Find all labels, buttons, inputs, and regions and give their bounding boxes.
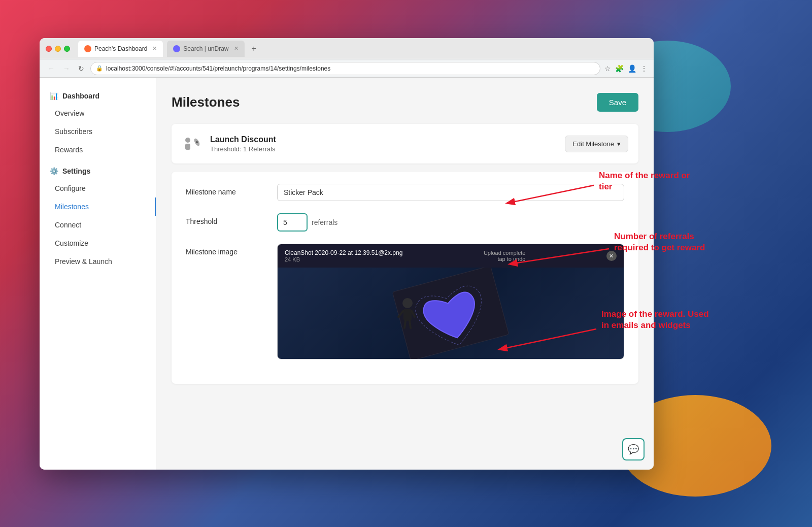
milestone-name-label: Milestone name bbox=[186, 184, 267, 196]
back-button[interactable]: ← bbox=[46, 63, 57, 74]
customize-label: Customize bbox=[55, 239, 88, 247]
chevron-down-icon: ▾ bbox=[617, 140, 621, 148]
edit-milestone-label: Edit Milestone bbox=[572, 140, 614, 148]
annotation-reward-name-text: Name of the reward or tier bbox=[599, 170, 700, 192]
page-title: Milestones bbox=[172, 94, 240, 110]
threshold-row: Threshold referrals bbox=[186, 213, 624, 232]
tab-undraw[interactable]: Search | unDraw ✕ bbox=[167, 41, 244, 57]
edit-milestone-button[interactable]: Edit Milestone ▾ bbox=[565, 136, 628, 152]
sidebar-item-customize[interactable]: Customize bbox=[40, 234, 156, 252]
connect-label: Connect bbox=[55, 221, 81, 229]
preview-launch-label: Preview & Launch bbox=[55, 257, 112, 266]
milestone-card-icon bbox=[182, 133, 203, 154]
svg-point-0 bbox=[185, 138, 190, 143]
milestone-name: Launch Discount bbox=[210, 135, 276, 144]
svg-line-9 bbox=[404, 321, 405, 328]
undraw-favicon-icon bbox=[173, 45, 180, 52]
milestone-threshold: Threshold: 1 Referrals bbox=[210, 145, 276, 153]
titlebar: Peach's Dashboard ✕ Search | unDraw ✕ + bbox=[40, 38, 654, 59]
lock-icon: 🔒 bbox=[96, 65, 103, 72]
tab-close-icon[interactable]: ✕ bbox=[152, 45, 157, 52]
sidebar-item-configure[interactable]: Configure bbox=[40, 179, 156, 197]
settings-section: ⚙️ Settings Configure Milestones Connect… bbox=[40, 163, 156, 271]
chat-button[interactable]: 💬 bbox=[622, 438, 645, 460]
upload-filesize: 24 KB bbox=[285, 256, 402, 262]
page-content: Milestones Save bbox=[156, 78, 654, 470]
new-tab-button[interactable]: + bbox=[249, 44, 259, 53]
settings-label: Settings bbox=[62, 167, 90, 175]
sidebar-item-connect[interactable]: Connect bbox=[40, 216, 156, 234]
existing-milestone-card: Launch Discount Threshold: 1 Referrals E… bbox=[172, 124, 638, 163]
svg-point-3 bbox=[196, 141, 198, 143]
tab-dashboard-label: Peach's Dashboard bbox=[94, 45, 147, 52]
sidebar-item-rewards[interactable]: Rewards bbox=[40, 141, 156, 159]
settings-section-header: ⚙️ Settings bbox=[40, 163, 156, 179]
tab-undraw-label: Search | unDraw bbox=[183, 45, 228, 52]
url-bar[interactable]: 🔒 localhost:3000/console/#!/accounts/541… bbox=[90, 62, 600, 75]
threshold-input[interactable] bbox=[277, 213, 308, 232]
milestone-image-label: Milestone image bbox=[186, 244, 267, 256]
milestone-info: Launch Discount Threshold: 1 Referrals bbox=[182, 133, 276, 154]
tab-undraw-close-icon[interactable]: ✕ bbox=[234, 45, 239, 52]
threshold-suffix: referrals bbox=[308, 218, 337, 226]
rewards-label: Rewards bbox=[55, 146, 83, 154]
reload-button[interactable]: ↻ bbox=[76, 63, 86, 74]
sidebar: 📊 Dashboard Overview Subscribers Rewards… bbox=[40, 78, 156, 470]
extensions-icon[interactable]: 🧩 bbox=[615, 64, 624, 73]
save-button[interactable]: Save bbox=[597, 93, 638, 112]
chat-icon: 💬 bbox=[628, 444, 639, 455]
sidebar-item-overview[interactable]: Overview bbox=[40, 104, 156, 122]
main-content: 📊 Dashboard Overview Subscribers Rewards… bbox=[40, 78, 654, 470]
subscribers-label: Subscribers bbox=[55, 127, 92, 136]
annotation-referrals: Number of referrals required to get rewa… bbox=[614, 231, 721, 253]
forward-button[interactable]: → bbox=[61, 63, 72, 74]
settings-gear-icon: ⚙️ bbox=[50, 167, 58, 175]
dashboard-label: Dashboard bbox=[62, 92, 99, 100]
url-text: localhost:3000/console/#!/accounts/541/p… bbox=[106, 65, 595, 72]
maximize-button[interactable] bbox=[64, 46, 70, 52]
page-header: Milestones Save bbox=[172, 93, 638, 112]
star-icon[interactable]: ☆ bbox=[604, 64, 611, 73]
configure-label: Configure bbox=[55, 184, 86, 192]
annotation-image: Image of the reward. Used in emails and … bbox=[601, 309, 713, 331]
sidebar-item-milestones[interactable]: Milestones bbox=[40, 197, 156, 216]
traffic-lights bbox=[46, 46, 70, 52]
sidebar-item-subscribers[interactable]: Subscribers bbox=[40, 122, 156, 141]
upload-file-info: CleanShot 2020-09-22 at 12.39.51@2x.png … bbox=[285, 249, 402, 262]
more-icon[interactable]: ⋮ bbox=[640, 64, 648, 73]
milestone-text: Launch Discount Threshold: 1 Referrals bbox=[210, 135, 276, 153]
peach-favicon-icon bbox=[84, 45, 91, 52]
addressbar: ← → ↻ 🔒 localhost:3000/console/#!/accoun… bbox=[40, 59, 654, 78]
svg-rect-1 bbox=[185, 144, 190, 150]
upload-toast-left: CleanShot 2020-09-22 at 12.39.51@2x.png … bbox=[285, 249, 402, 262]
svg-rect-6 bbox=[403, 309, 412, 321]
dashboard-section: 📊 Dashboard Overview Subscribers Rewards bbox=[40, 88, 156, 159]
overview-label: Overview bbox=[55, 109, 84, 117]
minimize-button[interactable] bbox=[55, 46, 61, 52]
dashboard-icon: 📊 bbox=[50, 92, 58, 100]
dashboard-section-header: 📊 Dashboard bbox=[40, 88, 156, 104]
annotation-image-text: Image of the reward. Used in emails and … bbox=[601, 309, 713, 331]
threshold-input-group: referrals bbox=[277, 213, 337, 232]
toolbar-right: ☆ 🧩 👤 ⋮ bbox=[604, 64, 648, 73]
profile-icon[interactable]: 👤 bbox=[628, 64, 636, 73]
svg-point-5 bbox=[402, 298, 413, 308]
tab-dashboard[interactable]: Peach's Dashboard ✕ bbox=[78, 41, 163, 57]
annotation-reward-name: Name of the reward or tier bbox=[599, 170, 700, 192]
threshold-label: Threshold bbox=[186, 213, 267, 225]
annotation-referrals-text: Number of referrals required to get rewa… bbox=[614, 231, 721, 253]
svg-line-10 bbox=[410, 321, 411, 328]
milestones-label: Milestones bbox=[55, 203, 89, 211]
sidebar-item-preview-launch[interactable]: Preview & Launch bbox=[40, 252, 156, 271]
close-button[interactable] bbox=[46, 46, 52, 52]
upload-filename: CleanShot 2020-09-22 at 12.39.51@2x.png bbox=[285, 249, 402, 256]
